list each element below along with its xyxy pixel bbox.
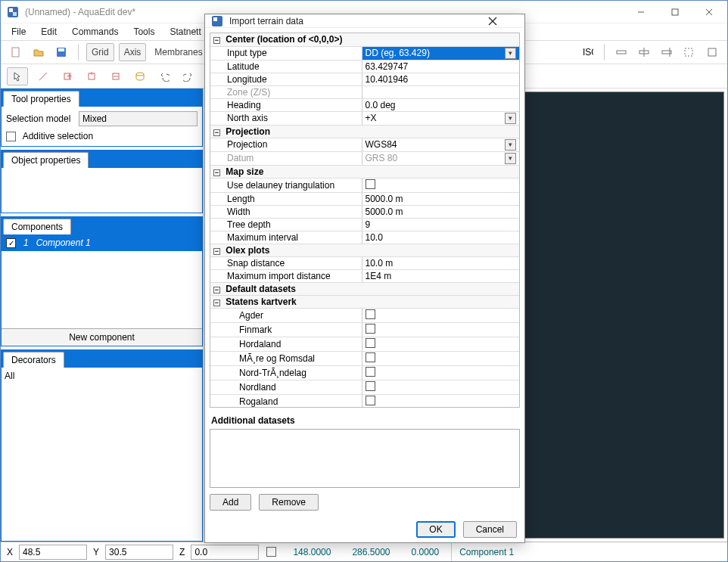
dropdown-icon[interactable]: ▾ [505, 139, 516, 151]
decorators-tab[interactable]: Decorators [3, 352, 64, 368]
property-value[interactable]: 5000.0 m [362, 192, 519, 205]
status-checkbox[interactable] [266, 547, 276, 557]
line-tool-icon[interactable] [34, 67, 52, 85]
collapse-icon[interactable]: − [213, 287, 220, 293]
maximize-button[interactable] [658, 1, 692, 23]
database-icon[interactable] [131, 67, 149, 85]
tool-properties-tab[interactable]: Tool properties [3, 91, 79, 107]
property-value[interactable]: GRS 80▾ [362, 151, 519, 165]
property-value[interactable]: 0.0 deg [362, 98, 519, 111]
dropdown-icon[interactable]: ▾ [505, 113, 516, 124]
menu-file[interactable]: File [5, 25, 32, 39]
align-icon-1[interactable]: ISO [578, 43, 596, 61]
undo-icon[interactable] [155, 67, 173, 85]
import-terrain-dialog: Import terrain data − Center (location o… [204, 14, 525, 543]
property-value[interactable] [362, 337, 519, 351]
property-value[interactable]: 10.401946 [362, 73, 519, 85]
property-value[interactable] [362, 308, 519, 322]
node-remove-icon[interactable] [107, 67, 125, 85]
close-button[interactable] [692, 1, 726, 23]
property-value[interactable] [362, 365, 519, 380]
cancel-button[interactable]: Cancel [463, 521, 517, 538]
open-folder-icon[interactable] [30, 43, 48, 61]
checkbox-icon[interactable] [366, 309, 375, 319]
property-value[interactable] [362, 178, 519, 192]
property-value[interactable]: DD (eg. 63.429)▾ [362, 46, 519, 60]
dropdown-icon[interactable]: ▾ [505, 48, 516, 59]
component-item[interactable]: ✓ 1 Component 1 [2, 234, 202, 251]
menu-tools[interactable]: Tools [127, 25, 160, 39]
group-header[interactable]: − Projection [210, 125, 519, 138]
property-value[interactable]: 63.429747 [362, 60, 519, 73]
selection-model-dropdown[interactable]: Mixed [79, 111, 198, 126]
snap-icon-4[interactable] [680, 43, 698, 61]
new-file-icon[interactable] [7, 43, 25, 61]
dialog-close-button[interactable] [488, 17, 518, 26]
status-value-1: 148.0000 [284, 547, 340, 557]
property-value[interactable]: 10.0 [362, 231, 519, 244]
remove-button[interactable]: Remove [259, 494, 319, 511]
additional-datasets-list[interactable] [210, 429, 520, 488]
check-icon[interactable]: ✓ [6, 238, 16, 248]
dropdown-icon[interactable]: ▾ [505, 153, 516, 164]
minimize-button[interactable] [624, 1, 658, 23]
property-key: Snap distance [210, 256, 362, 269]
app-icon [7, 6, 19, 18]
property-value[interactable]: 5000.0 m [362, 205, 519, 218]
checkbox-icon[interactable] [366, 338, 375, 348]
checkbox-icon[interactable] [366, 367, 375, 377]
property-value[interactable]: 1E4 m [362, 269, 519, 282]
new-component-button[interactable]: New component [2, 328, 202, 346]
components-tab[interactable]: Components [3, 219, 71, 234]
status-y-input[interactable] [105, 545, 173, 560]
collapse-icon[interactable]: − [213, 129, 220, 136]
snap-icon-1[interactable] [612, 43, 630, 61]
property-value[interactable] [362, 322, 519, 337]
property-value[interactable]: WGS84▾ [362, 138, 519, 151]
grid-toggle-button[interactable]: Grid [86, 43, 114, 61]
object-properties-tab[interactable]: Object properties [3, 152, 89, 168]
axis-toggle-button[interactable]: Axis [119, 43, 147, 61]
collapse-icon[interactable]: − [213, 248, 220, 255]
svg-text:ISO: ISO [583, 47, 593, 57]
snap-icon-5[interactable] [703, 43, 721, 61]
redo-icon[interactable] [179, 67, 198, 85]
checkbox-icon[interactable] [366, 381, 375, 391]
property-value[interactable]: 10.0 m [362, 256, 519, 269]
collapse-icon[interactable]: − [213, 37, 220, 44]
add-button[interactable]: Add [210, 494, 251, 511]
property-value[interactable] [362, 380, 519, 394]
group-header[interactable]: − Center (location of <0,0,0>) [210, 33, 519, 46]
property-value[interactable]: 9 [362, 218, 519, 231]
group-header[interactable]: − Default datasets [210, 282, 519, 295]
property-value[interactable] [362, 351, 519, 365]
property-value[interactable] [362, 394, 519, 407]
additive-selection-checkbox[interactable]: Additive selection [6, 131, 198, 141]
status-x-label: X [4, 547, 16, 557]
node-add-icon[interactable]: + [58, 67, 76, 85]
membranes-button[interactable]: Membranes [151, 43, 206, 61]
collapse-icon[interactable]: − [213, 300, 220, 306]
checkbox-icon[interactable] [366, 352, 375, 362]
property-value[interactable] [362, 85, 519, 98]
checkbox-icon[interactable] [366, 179, 375, 189]
status-z-input[interactable] [191, 545, 259, 560]
node-insert-icon[interactable] [82, 67, 101, 85]
snap-icon-3[interactable] [658, 43, 676, 61]
menu-commands[interactable]: Commands [66, 25, 124, 39]
ok-button[interactable]: OK [416, 521, 455, 538]
group-header[interactable]: − Olex plots [210, 244, 519, 256]
property-value[interactable]: +X▾ [362, 111, 519, 125]
checkbox-icon[interactable] [366, 324, 375, 334]
pointer-tool-icon[interactable] [7, 67, 28, 85]
group-header[interactable]: − Map size [210, 165, 519, 178]
snap-icon-2[interactable] [635, 43, 653, 61]
property-key: Length [210, 192, 362, 205]
menu-statnett[interactable]: Statnett [163, 25, 207, 39]
status-x-input[interactable] [19, 545, 87, 560]
save-icon[interactable] [52, 43, 70, 61]
menu-edit[interactable]: Edit [35, 25, 63, 39]
collapse-icon[interactable]: − [213, 169, 220, 176]
checkbox-icon[interactable] [366, 396, 375, 405]
group-header[interactable]: − Statens kartverk [210, 295, 519, 308]
